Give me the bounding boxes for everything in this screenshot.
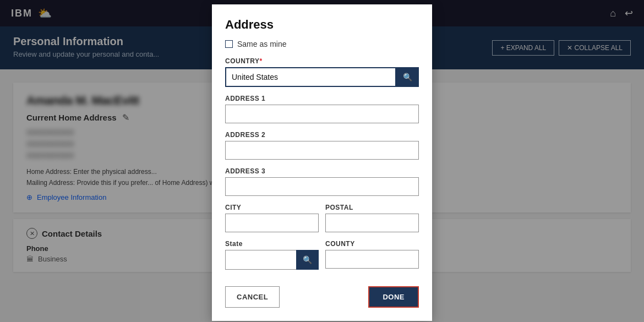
address3-group: ADDRESS 3: [225, 167, 419, 196]
done-button[interactable]: DONE: [368, 286, 419, 308]
address2-label: ADDRESS 2: [225, 131, 419, 139]
address-modal: Address Same as mine COUNTRY* 🔍 ADDRESS …: [212, 4, 432, 321]
country-group: COUNTRY* 🔍: [225, 57, 419, 87]
city-postal-row: CITY POSTAL: [225, 204, 419, 240]
city-label: CITY: [225, 204, 319, 211]
address1-input[interactable]: [225, 105, 419, 123]
postal-group: POSTAL: [325, 204, 419, 232]
state-label: State: [225, 240, 319, 248]
address1-group: ADDRESS 1: [225, 95, 419, 123]
address2-input[interactable]: [225, 141, 419, 160]
required-star: *: [259, 57, 262, 65]
state-input[interactable]: [225, 250, 296, 270]
country-search-button[interactable]: 🔍: [396, 67, 419, 87]
state-group: State 🔍: [225, 240, 319, 270]
country-input-group: 🔍: [225, 67, 419, 87]
state-input-group: 🔍: [225, 250, 319, 270]
same-as-mine-checkbox[interactable]: [225, 40, 233, 48]
address3-input[interactable]: [225, 177, 419, 196]
country-input[interactable]: [225, 67, 396, 87]
city-input[interactable]: [225, 214, 319, 232]
postal-label: POSTAL: [325, 204, 419, 211]
address1-label: ADDRESS 1: [225, 95, 419, 102]
state-county-row: State 🔍 COUNTY: [225, 240, 419, 277]
city-group: CITY: [225, 204, 319, 232]
state-search-button[interactable]: 🔍: [296, 250, 319, 270]
modal-title: Address: [225, 18, 419, 32]
address2-group: ADDRESS 2: [225, 131, 419, 160]
county-input[interactable]: [325, 250, 419, 269]
country-label: COUNTRY*: [225, 57, 419, 65]
modal-footer: CANCEL DONE: [225, 286, 419, 308]
same-as-mine-row: Same as mine: [225, 40, 419, 48]
county-label: COUNTY: [325, 240, 419, 248]
address3-label: ADDRESS 3: [225, 167, 419, 175]
postal-input[interactable]: [325, 214, 419, 232]
same-as-mine-label: Same as mine: [237, 40, 286, 48]
cancel-button[interactable]: CANCEL: [225, 286, 280, 308]
county-group: COUNTY: [325, 240, 419, 270]
